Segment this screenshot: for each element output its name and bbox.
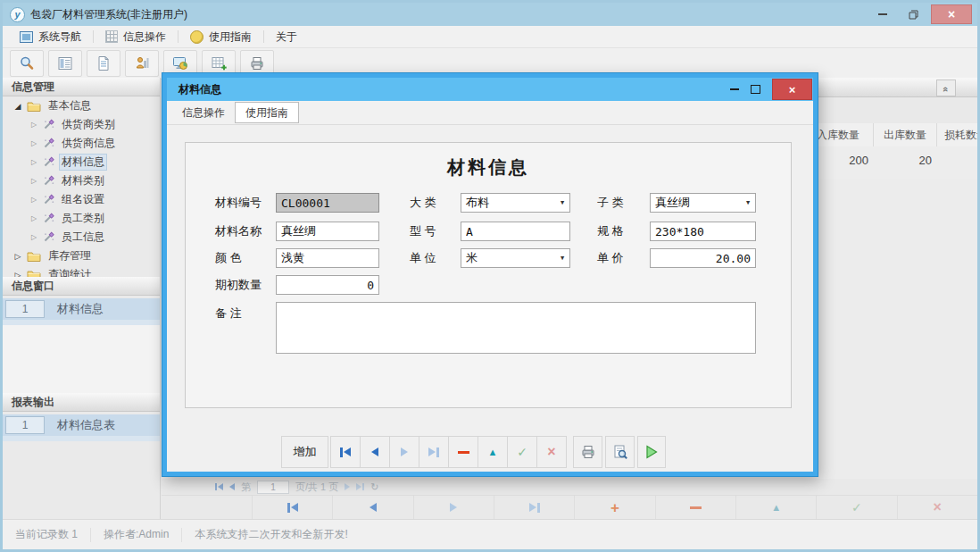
delete-record-button[interactable]	[448, 436, 478, 468]
report-list-strip	[3, 436, 160, 441]
chevron-down-icon: ▼	[555, 199, 569, 206]
category-select[interactable]: 布料 ▼	[461, 193, 570, 213]
tree-node-label: 员工类别	[59, 210, 107, 227]
model-field[interactable]	[461, 222, 570, 241]
dialog-minimize-button[interactable]	[730, 88, 739, 90]
add-button[interactable]: 增加	[281, 436, 328, 468]
remark-field[interactable]	[276, 302, 756, 354]
next-record-button[interactable]	[389, 436, 419, 468]
tree-node-label: 供货商信息	[59, 135, 118, 152]
grid-col-out-qty[interactable]: 出库数量	[876, 123, 934, 146]
tree-node-supplier-category[interactable]: ▷ 供货商类别	[3, 115, 160, 134]
unit-value: 米	[466, 250, 478, 266]
dialog-tab-info-ops[interactable]: 信息操作	[172, 102, 235, 123]
bottom-navigator-spacer	[162, 496, 252, 519]
tree-node-material-info[interactable]: ▷ 材料信息	[3, 153, 160, 171]
caret-collapsed-icon[interactable]: ▷	[29, 121, 38, 129]
menu-info-ops[interactable]: 信息操作	[94, 26, 178, 47]
close-button[interactable]: ×	[931, 4, 972, 24]
bottomnav-edit-button[interactable]: ▲	[735, 496, 816, 519]
dialog-titlebar[interactable]: 材料信息 ×	[167, 78, 813, 101]
bottomnav-first-button[interactable]	[252, 496, 332, 519]
tree-node-inventory[interactable]: ▷ 库存管理	[3, 247, 160, 265]
code-field[interactable]	[276, 193, 379, 213]
post-record-button[interactable]: ✓	[507, 436, 537, 468]
spec-field[interactable]	[650, 222, 756, 241]
pager-last-button[interactable]	[356, 483, 364, 490]
wand-icon	[43, 156, 54, 168]
caret-collapsed-icon[interactable]: ▷	[29, 233, 38, 241]
wand-icon	[43, 194, 54, 205]
color-field[interactable]	[276, 248, 379, 268]
tree-node-staff-info[interactable]: ▷ 员工信息	[3, 228, 160, 247]
caret-collapsed-icon[interactable]: ▷	[29, 139, 38, 147]
execute-button[interactable]	[637, 436, 666, 468]
price-field[interactable]	[650, 248, 756, 268]
bottomnav-cancel-button[interactable]: ×	[897, 496, 977, 519]
unit-label: 单 位	[410, 248, 436, 268]
printer-icon	[249, 55, 265, 71]
dialog-tab-user-guide[interactable]: 使用指南	[235, 102, 299, 123]
bottomnav-post-button[interactable]: ✓	[816, 496, 896, 519]
last-record-button[interactable]	[419, 436, 449, 468]
collapse-panel-button[interactable]: «	[936, 79, 956, 96]
tree-node-label: 组名设置	[59, 191, 107, 208]
dialog-maximize-button[interactable]	[751, 85, 760, 94]
unit-select[interactable]: 米 ▼	[461, 248, 570, 268]
dialog-close-button[interactable]: ×	[772, 79, 812, 100]
tree-node-query-stats[interactable]: ▷ 查询统计	[3, 265, 160, 277]
name-field[interactable]	[276, 222, 379, 241]
grid-col-loss-qty[interactable]: 损耗数量	[944, 123, 980, 146]
pager-first-button[interactable]	[215, 483, 223, 490]
category-label: 大 类	[410, 193, 436, 213]
bottomnav-last-button[interactable]	[494, 496, 574, 519]
cancel-record-button[interactable]: ×	[536, 436, 567, 468]
tree-node-supplier-info[interactable]: ▷ 供货商信息	[3, 134, 160, 153]
bottomnav-insert-button[interactable]: +	[574, 496, 654, 519]
tree-node-label-selected: 材料信息	[59, 154, 107, 171]
menu-system-nav[interactable]: 系统导航	[8, 26, 93, 47]
bottomnav-prior-button[interactable]	[332, 496, 412, 519]
prior-record-button[interactable]	[360, 436, 390, 468]
minimize-button[interactable]	[870, 5, 895, 23]
toolbar-report-button[interactable]	[48, 50, 82, 77]
print-button[interactable]	[573, 436, 602, 468]
restore-button[interactable]	[901, 5, 926, 23]
caret-collapsed-icon[interactable]: ▷	[13, 271, 22, 278]
toolbar-search-button[interactable]	[10, 50, 44, 77]
tree-node-label: 库存管理	[46, 247, 94, 264]
menu-label: 使用指南	[209, 29, 252, 45]
dialog-title: 材料信息	[179, 82, 221, 97]
pager-prev-button[interactable]	[229, 483, 235, 490]
menu-user-guide[interactable]: 使用指南	[179, 26, 263, 47]
edit-record-button[interactable]: ▲	[478, 436, 508, 468]
initial-qty-field[interactable]	[276, 275, 379, 295]
pager-refresh-icon[interactable]: ↻	[370, 481, 378, 493]
caret-collapsed-icon[interactable]: ▷	[29, 158, 38, 166]
subcategory-select[interactable]: 真丝绸 ▼	[650, 193, 756, 213]
x-icon: ×	[934, 500, 942, 514]
pager-page-input[interactable]: 1	[257, 481, 289, 494]
bottomnav-delete-button[interactable]	[655, 496, 735, 519]
caret-expanded-icon[interactable]: ◢	[13, 102, 22, 111]
tree-node-label: 基本信息	[46, 97, 94, 114]
tree-node-staff-category[interactable]: ▷ 员工类别	[3, 209, 160, 228]
bottomnav-next-button[interactable]	[413, 496, 494, 519]
toolbar-employee-button[interactable]	[125, 50, 159, 77]
caret-collapsed-icon[interactable]: ▷	[29, 214, 38, 222]
caret-collapsed-icon[interactable]: ▷	[13, 252, 22, 261]
pager-next-button[interactable]	[345, 483, 350, 490]
tree-node-material-category[interactable]: ▷ 材料类别	[3, 171, 160, 190]
toolbar-document-button[interactable]	[87, 50, 120, 77]
menu-about[interactable]: 关于	[264, 26, 309, 47]
material-info-dialog: 材料信息 × 信息操作 使用指南 材料信息 材料编号 大 类 布料 ▼	[162, 73, 818, 476]
titlebar[interactable]: y 包袋厂材料管理系统(非注册用户) ×	[3, 3, 977, 26]
caret-collapsed-icon[interactable]: ▷	[29, 196, 38, 204]
preview-button[interactable]	[605, 436, 635, 468]
tree-node-group-setting[interactable]: ▷ 组名设置	[3, 190, 160, 209]
window-list-item[interactable]: 1 材料信息	[3, 298, 160, 320]
report-list-item[interactable]: 1 材料信息表	[3, 414, 160, 436]
first-record-button[interactable]	[330, 436, 361, 468]
tree-node-basic-info[interactable]: ◢ 基本信息	[3, 96, 160, 115]
caret-collapsed-icon[interactable]: ▷	[29, 177, 38, 185]
